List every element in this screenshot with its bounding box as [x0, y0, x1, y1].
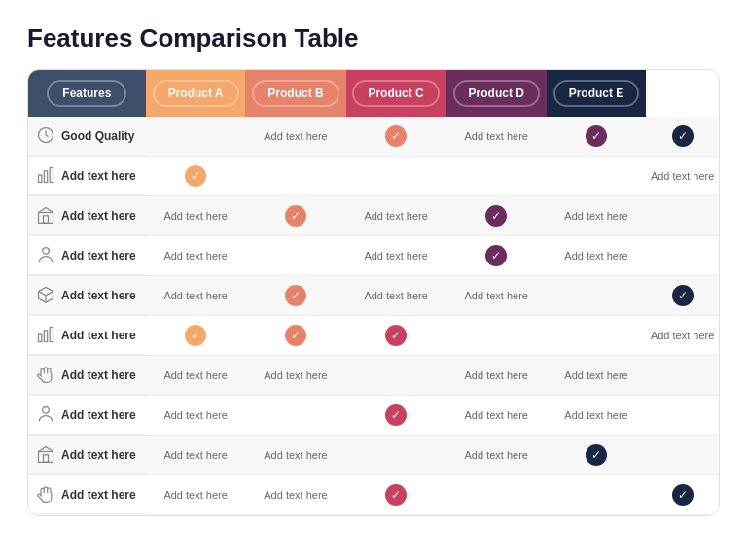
checkmark-icon: ✓: [672, 484, 694, 506]
checkmark-icon: ✓: [485, 205, 507, 227]
cell-text: Add text here: [465, 369, 528, 381]
table-row: Add text hereAdd text hereAdd text here✓…: [28, 236, 719, 276]
feature-cell: Add text here: [28, 316, 146, 355]
data-cell: Add text here: [446, 396, 547, 436]
feature-cell: Add text here: [28, 276, 146, 315]
data-cell: ✓: [646, 117, 719, 157]
cell-text: Add text here: [564, 409, 627, 421]
feature-label: Add text here: [61, 448, 136, 462]
data-cell: ✓: [547, 117, 646, 157]
data-cell: [547, 276, 646, 316]
table-row: Add text hereAdd text hereAdd text hereA…: [28, 436, 719, 475]
table-row: Add text hereAdd text hereAdd text here✓…: [28, 475, 719, 515]
comparison-table: FeaturesProduct AProduct BProduct CProdu…: [27, 69, 720, 516]
page-title: Features Comparison Table: [27, 23, 720, 53]
data-cell: Add text here: [446, 117, 547, 157]
bar-icon: [36, 325, 55, 346]
table-row: Good QualityAdd text here✓Add text here✓…: [28, 117, 719, 157]
checkmark-icon: ✓: [285, 285, 306, 306]
cell-text: Add text here: [564, 250, 627, 262]
cell-text: Add text here: [364, 250, 427, 262]
data-cell: Add text here: [245, 436, 345, 475]
data-cell: [446, 157, 547, 196]
col-header-product-a: Product A: [146, 70, 246, 117]
col-header-product-b: Product B: [245, 70, 345, 117]
cell-text: Add text here: [163, 369, 227, 381]
data-cell: Add text here: [146, 276, 246, 316]
data-cell: [245, 396, 345, 436]
cell-text: Add text here: [163, 449, 227, 461]
checkmark-icon: ✓: [385, 404, 407, 426]
data-cell: ✓: [245, 276, 345, 316]
data-cell: ✓: [146, 316, 246, 356]
data-cell: Add text here: [245, 475, 345, 515]
data-cell: [245, 157, 345, 196]
data-cell: Add text here: [346, 236, 446, 276]
data-cell: Add text here: [146, 356, 246, 396]
data-cell: [346, 356, 446, 396]
cell-text: Add text here: [651, 330, 714, 341]
data-cell: Add text here: [245, 356, 345, 396]
data-cell: ✓: [446, 196, 547, 236]
feature-label: Add text here: [61, 169, 136, 183]
feature-cell: Add text here: [28, 436, 146, 474]
cell-text: Add text here: [364, 210, 427, 222]
svg-rect-5: [44, 215, 49, 223]
data-cell: ✓: [245, 196, 345, 236]
svg-point-10: [43, 406, 50, 413]
table-row: Add text hereAdd text here✓Add text here…: [28, 396, 719, 436]
feature-label: Add text here: [61, 289, 136, 302]
checkmark-icon: ✓: [385, 325, 407, 346]
data-cell: [446, 316, 547, 356]
data-cell: ✓: [346, 396, 446, 436]
data-cell: [446, 475, 547, 515]
checkmark-icon: ✓: [672, 125, 694, 147]
cell-text: Add text here: [264, 489, 327, 501]
cell-text: Add text here: [163, 290, 227, 301]
data-cell: [646, 396, 719, 436]
cell-text: Add text here: [564, 369, 627, 381]
checkmark-icon: ✓: [185, 165, 206, 187]
data-cell: Add text here: [646, 316, 719, 356]
box-icon: [36, 285, 55, 306]
svg-rect-7: [39, 334, 42, 342]
clock-icon: [36, 125, 55, 147]
data-cell: Add text here: [146, 436, 246, 475]
feature-label: Add text here: [61, 408, 136, 422]
checkmark-icon: ✓: [285, 205, 306, 227]
data-cell: Add text here: [547, 196, 646, 236]
col-header-product-d: Product D: [446, 70, 547, 117]
data-cell: ✓: [346, 475, 446, 515]
table-row: Add text hereAdd text hereAdd text hereA…: [28, 356, 719, 396]
data-cell: [646, 236, 719, 276]
cell-text: Add text here: [264, 449, 327, 461]
cell-text: Add text here: [163, 250, 227, 262]
data-cell: Add text here: [146, 475, 246, 515]
data-cell: Add text here: [146, 396, 246, 436]
feature-label: Add text here: [61, 249, 136, 262]
col-header-features: Features: [28, 70, 146, 117]
col-header-product-c: Product C: [346, 70, 446, 117]
checkmark-icon: ✓: [672, 285, 694, 306]
person-icon: [36, 404, 55, 426]
data-cell: [146, 117, 246, 157]
data-cell: [346, 157, 446, 196]
feature-cell: Add text here: [28, 236, 146, 275]
data-cell: ✓: [446, 236, 547, 276]
data-cell: ✓: [146, 157, 246, 196]
building-icon: [36, 205, 55, 227]
data-cell: [547, 475, 646, 515]
hand-icon: [36, 484, 55, 506]
cell-text: Add text here: [465, 130, 528, 142]
data-cell: Add text here: [547, 236, 646, 276]
data-cell: ✓: [646, 276, 719, 316]
feature-label: Add text here: [61, 209, 136, 223]
data-cell: Add text here: [346, 196, 446, 236]
cell-text: Add text here: [651, 170, 714, 182]
feature-label: Good Quality: [61, 129, 134, 143]
data-cell: [346, 436, 446, 475]
data-cell: ✓: [646, 475, 719, 515]
checkmark-icon: ✓: [285, 325, 306, 346]
data-cell: [646, 356, 719, 396]
svg-rect-8: [44, 330, 47, 341]
